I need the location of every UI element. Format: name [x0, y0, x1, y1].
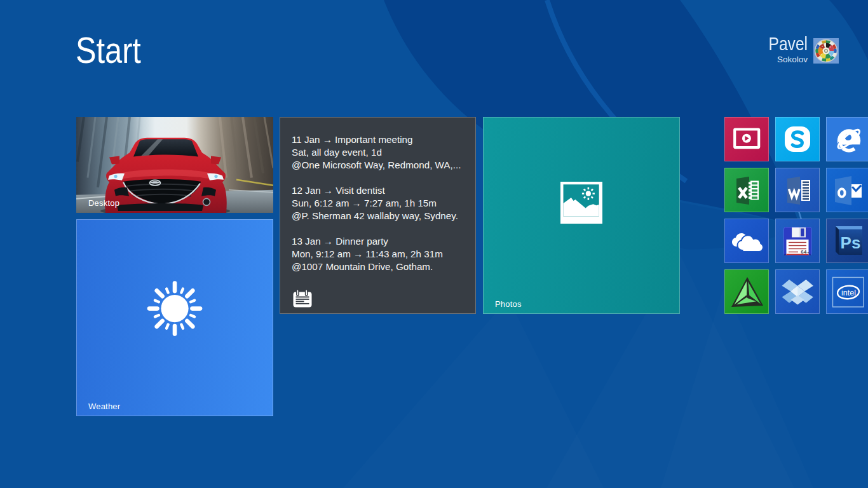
svg-text:Ps: Ps [841, 233, 861, 252]
svg-text:intel: intel [841, 288, 856, 297]
